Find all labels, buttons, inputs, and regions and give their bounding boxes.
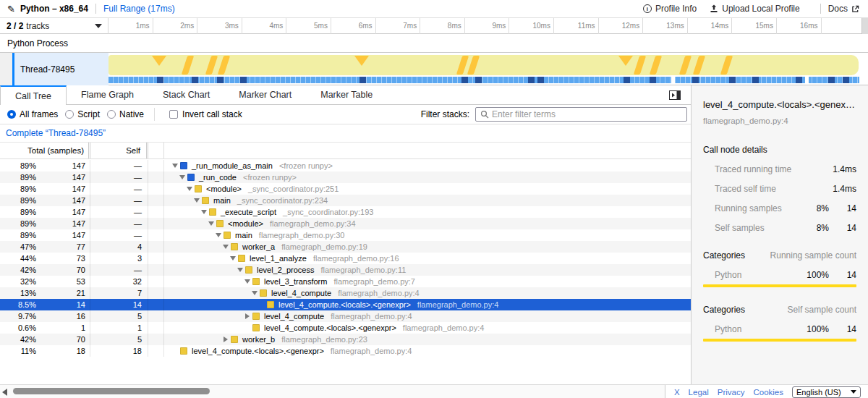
table-row[interactable]: 42%70—level_2_processflamegraph_demo.py:… xyxy=(0,264,691,276)
table-row[interactable]: 47%774worker_aflamegraph_demo.py:19 xyxy=(0,241,691,253)
tracks-dropdown-button[interactable]: 2 / 2 tracks xyxy=(0,18,109,34)
expand-arrow-icon[interactable] xyxy=(242,313,252,319)
breadcrumb-row: Complete “Thread-78495” xyxy=(0,124,691,142)
table-header: Total (samples) Self xyxy=(0,142,691,159)
footer-link-cookies[interactable]: Cookies xyxy=(753,388,783,397)
collapse-arrow-icon[interactable] xyxy=(250,291,260,295)
upload-icon xyxy=(710,4,718,13)
expand-arrow-icon[interactable] xyxy=(221,336,231,342)
table-row[interactable]: 89%147—_run_code<frozen runpy> xyxy=(0,172,691,183)
category-square-icon xyxy=(238,255,245,262)
activity-mark xyxy=(618,56,633,66)
radio-script[interactable] xyxy=(65,110,74,119)
footer-link-legal[interactable]: Legal xyxy=(689,388,709,397)
thread-track-graph[interactable] xyxy=(109,53,861,85)
ruler-tick: 6ms xyxy=(331,18,376,34)
category-square-icon xyxy=(195,185,202,192)
ruler-tick: 11ms xyxy=(554,18,599,34)
radio-all-frames-label[interactable]: All frames xyxy=(20,109,58,119)
tab-call-tree[interactable]: Call Tree xyxy=(0,85,67,105)
horizontal-scrollbar[interactable] xyxy=(13,388,210,394)
language-select[interactable]: English (US) xyxy=(792,386,861,398)
radio-all-frames[interactable] xyxy=(7,110,16,119)
full-range-button[interactable]: Full Range (17ms) xyxy=(103,4,175,14)
table-row[interactable]: 42%705worker_bflamegraph_demo.py:23 xyxy=(0,334,691,345)
table-row[interactable]: 11%1818level_4_compute.<locals>.<genexpr… xyxy=(0,345,691,357)
radio-script-label[interactable]: Script xyxy=(77,109,100,119)
radio-native[interactable] xyxy=(107,110,116,119)
collapse-arrow-icon[interactable] xyxy=(235,268,245,272)
table-row[interactable]: 89%147—_execute_script_sync_coordinator.… xyxy=(0,206,691,218)
table-row[interactable]: 89%147—_run_module_as_main<frozen runpy> xyxy=(0,160,691,172)
activity-mark xyxy=(218,56,230,75)
sample-dark-segment xyxy=(475,77,482,83)
filter-stacks-label: Filter stacks: xyxy=(421,109,469,119)
footer-link-x[interactable]: X xyxy=(674,388,680,397)
column-header-total[interactable]: Total (samples) xyxy=(0,143,90,158)
collapse-arrow-icon[interactable] xyxy=(184,187,195,191)
table-row[interactable]: 0.6%11level_4_compute.<locals>.<genexpr>… xyxy=(0,322,691,334)
radio-native-label[interactable]: Native xyxy=(119,109,144,119)
activity-mark xyxy=(634,56,646,75)
tab-stack-chart[interactable]: Stack Chart xyxy=(148,85,224,105)
category-bar xyxy=(703,284,856,287)
activity-mark xyxy=(182,56,194,75)
collapse-arrow-icon[interactable] xyxy=(213,233,224,237)
tab-marker-chart[interactable]: Marker Chart xyxy=(224,85,306,105)
table-row[interactable]: 89%147—mainflamegraph_demo.py:30 xyxy=(0,229,691,241)
filter-input-box xyxy=(475,107,687,122)
category-square-icon xyxy=(209,208,216,216)
profile-name[interactable]: Python – x86_64 xyxy=(20,4,88,14)
tab-marker-table[interactable]: Marker Table xyxy=(306,85,387,105)
process-track-header[interactable]: Python Process xyxy=(0,34,868,53)
table-row[interactable]: 89%147—<module>flamegraph_demo.py:34 xyxy=(0,218,691,229)
table-row[interactable]: 44%733level_1_analyzeflamegraph_demo.py:… xyxy=(0,253,691,264)
activity-mark xyxy=(354,56,369,66)
ruler-tick: 3ms xyxy=(197,18,242,34)
ruler-tick: 1ms xyxy=(109,18,153,34)
sample-dark-segment xyxy=(240,77,247,83)
table-row[interactable]: 89%147—<module>_sync_coordinator.py:251 xyxy=(0,183,691,195)
tab-flame-graph[interactable]: Flame Graph xyxy=(67,85,148,105)
profile-info-button[interactable]: i Profile Info xyxy=(643,4,697,14)
category-square-icon xyxy=(231,243,238,250)
filter-stacks-input[interactable] xyxy=(492,109,686,119)
samples-strip[interactable] xyxy=(109,77,859,83)
collapse-arrow-icon[interactable] xyxy=(228,256,238,261)
collapse-arrow-icon[interactable] xyxy=(177,175,187,179)
thread-track-header[interactable]: Thread-78495 xyxy=(0,53,109,85)
chevron-down-icon xyxy=(851,390,856,394)
collapse-arrow-icon[interactable] xyxy=(221,245,231,249)
column-header-self[interactable]: Self xyxy=(90,143,148,158)
table-row[interactable]: 89%147—main_sync_coordinator.py:234 xyxy=(0,195,691,206)
activity-graph[interactable] xyxy=(109,55,859,75)
collapse-arrow-icon[interactable] xyxy=(170,164,180,168)
track-left-gutter xyxy=(0,53,12,85)
breadcrumb[interactable]: Complete “Thread-78495” xyxy=(6,128,106,138)
docs-button[interactable]: Docs xyxy=(828,4,859,14)
edit-profile-name-icon[interactable]: ✎ xyxy=(7,4,15,14)
upload-profile-button[interactable]: Upload Local Profile xyxy=(710,4,799,14)
collapse-arrow-icon[interactable] xyxy=(199,210,209,214)
invert-call-stack-checkbox[interactable] xyxy=(169,110,178,119)
table-row[interactable]: 32%5332level_3_transformflamegraph_demo.… xyxy=(0,276,691,287)
sample-dark-segment xyxy=(192,77,198,83)
table-row[interactable]: 8.5%1414level_4_compute.<locals>.<genexp… xyxy=(0,299,691,310)
collapse-arrow-icon[interactable] xyxy=(206,221,216,226)
sidebar-function-location: flamegraph_demo.py:4 xyxy=(703,117,856,125)
scroll-left-arrow[interactable] xyxy=(2,389,7,396)
table-row[interactable]: 13%217level_4_computeflamegraph_demo.py:… xyxy=(0,287,691,299)
sample-dark-segment xyxy=(359,77,366,83)
collapse-arrow-icon[interactable] xyxy=(192,198,202,203)
ruler-tick: 2ms xyxy=(153,18,198,34)
activity-mark xyxy=(456,56,469,75)
invert-call-stack-label[interactable]: Invert call stack xyxy=(182,109,242,119)
sidebar-section-title: Call node details xyxy=(703,145,856,155)
divider xyxy=(820,4,821,14)
divider xyxy=(154,108,155,121)
table-row[interactable]: 9.7%165level_4_computeflamegraph_demo.py… xyxy=(0,310,691,322)
footer-link-privacy[interactable]: Privacy xyxy=(718,388,745,397)
sidebar-detail-row: Traced running time1.4ms xyxy=(703,164,856,174)
collapse-arrow-icon[interactable] xyxy=(242,279,252,284)
sidebar-toggle-button[interactable] xyxy=(669,90,681,100)
